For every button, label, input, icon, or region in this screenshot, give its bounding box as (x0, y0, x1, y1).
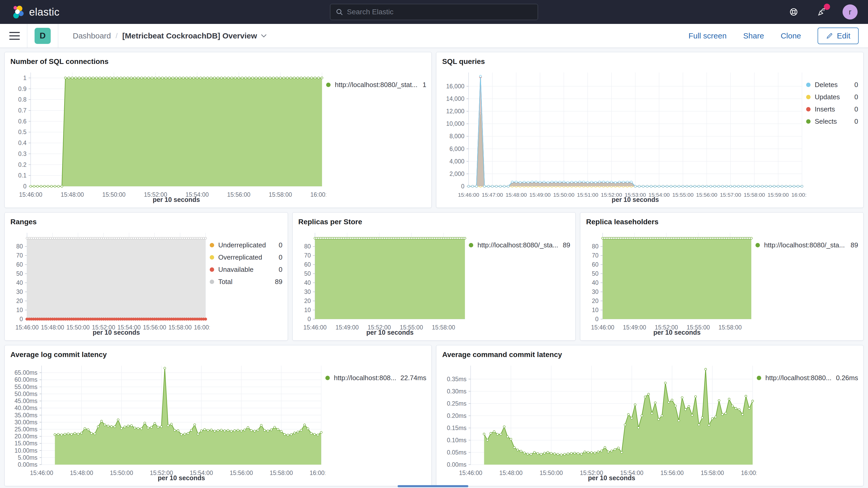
svg-text:15:47:00: 15:47:00 (482, 192, 503, 198)
chart-svg[interactable]: 0102030405060708015:46:0015:48:0015:50:0… (10, 229, 210, 338)
legend-item: Underreplicated0 (210, 241, 282, 249)
svg-text:65.00ms: 65.00ms (14, 369, 37, 376)
legend-series-label[interactable]: Inserts (815, 105, 850, 113)
svg-text:15:50:00: 15:50:00 (540, 469, 563, 476)
svg-text:50: 50 (592, 270, 599, 277)
svg-text:0.20ms: 0.20ms (447, 413, 466, 419)
legend-item: http://localhost:8080/_sta...89 (469, 241, 570, 249)
svg-text:per 10 seconds: per 10 seconds (653, 329, 701, 336)
legend-series-label[interactable]: http://localhost:8080/_sta... (764, 241, 846, 249)
svg-text:0.35ms: 0.35ms (447, 376, 466, 383)
svg-text:15:58:00: 15:58:00 (701, 469, 724, 476)
legend-series-dot (806, 83, 811, 87)
svg-text:0.8: 0.8 (18, 96, 27, 103)
svg-text:15:58:00: 15:58:00 (269, 191, 292, 198)
svg-text:0.15ms: 0.15ms (447, 425, 466, 431)
panel-replica-leaseholders: Replica leaseholders 0102030405060708015… (580, 212, 864, 341)
svg-text:15:51:00: 15:51:00 (577, 192, 598, 198)
chart-svg[interactable]: 02,0004,0006,0008,00010,00012,00014,0001… (441, 68, 806, 205)
edit-button[interactable]: Edit (817, 28, 859, 44)
panel-replicas-per-store: Replicas per Store 0102030405060708015:4… (292, 212, 576, 341)
clone-link[interactable]: Clone (781, 31, 801, 40)
panel-title: Number of SQL connections (10, 56, 426, 68)
chevron-down-icon (261, 34, 267, 38)
chart-sql-connections[interactable]: 00.10.20.30.40.50.60.70.80.9115:46:0015:… (10, 68, 326, 205)
legend-series-label[interactable]: Updates (815, 93, 850, 101)
legend-series-label[interactable]: Total (218, 278, 271, 286)
svg-text:60: 60 (304, 261, 311, 268)
page-title[interactable]: [Metricbeat CockroachDB] Overview (122, 31, 267, 40)
svg-text:15:56:00: 15:56:00 (143, 324, 166, 331)
panel-title: Ranges (10, 217, 282, 229)
svg-text:0.1: 0.1 (18, 172, 27, 179)
legend-series-label[interactable]: Overreplicated (218, 253, 275, 262)
nav-menu-button[interactable] (9, 32, 20, 40)
legend-series-value: 0.26ms (836, 374, 858, 382)
legend-series-dot (326, 83, 331, 87)
svg-text:15:58:00: 15:58:00 (719, 324, 742, 331)
chart-legend: http://localhost:8080/_sta...89 (469, 229, 570, 338)
svg-text:40.00ms: 40.00ms (14, 404, 37, 411)
breadcrumb-dashboard-link[interactable]: Dashboard (73, 31, 111, 40)
chart-svg[interactable]: 0102030405060708015:46:0015:49:0015:52:0… (586, 229, 755, 338)
svg-text:16:00:00: 16:00:00 (792, 192, 806, 198)
chart-legend: Deletes0Updates0Inserts0Selects0 (806, 68, 858, 205)
legend-series-dot (755, 243, 760, 247)
svg-text:15:46:00: 15:46:00 (458, 192, 479, 198)
legend-series-label[interactable]: http://localhost:8080/_sta... (477, 241, 558, 249)
legend-series-value: 0 (279, 253, 282, 262)
share-link[interactable]: Share (743, 31, 764, 40)
legend-series-label[interactable]: Unavailable (218, 266, 275, 274)
svg-text:per 10 seconds: per 10 seconds (158, 474, 205, 482)
chart-replica-leaseholders[interactable]: 0102030405060708015:46:0015:49:0015:52:0… (586, 229, 755, 338)
global-search[interactable] (330, 4, 538, 20)
legend-item: Overreplicated0 (210, 253, 282, 262)
svg-text:16:00:00: 16:00:00 (310, 191, 326, 198)
newsfeed-button[interactable] (814, 5, 829, 19)
search-input[interactable] (347, 8, 532, 16)
user-avatar[interactable]: r (842, 4, 858, 20)
chart-svg[interactable]: 00.10.20.30.40.50.60.70.80.9115:46:0015:… (10, 68, 326, 205)
chart-ranges[interactable]: 0102030405060708015:46:0015:48:0015:50:0… (10, 229, 210, 338)
legend-series-label[interactable]: http://localhost:8080/_stat... (335, 81, 418, 89)
horizontal-scrollbar-thumb[interactable] (398, 485, 468, 487)
svg-text:25.00ms: 25.00ms (14, 426, 37, 433)
svg-text:20: 20 (304, 298, 311, 304)
svg-text:60: 60 (16, 261, 23, 268)
panel-ranges: Ranges 0102030405060708015:46:0015:48:00… (4, 212, 288, 341)
panel-sql-connections: Number of SQL connections 00.10.20.30.40… (4, 52, 432, 208)
legend-series-label[interactable]: Selects (815, 118, 850, 125)
svg-text:10: 10 (592, 307, 599, 313)
chart-avg-command-commit-latency[interactable]: 0.00ms0.05ms0.10ms0.15ms0.20ms0.25ms0.30… (441, 362, 757, 483)
chart-svg[interactable]: 0.00ms0.05ms0.10ms0.15ms0.20ms0.25ms0.30… (441, 362, 757, 483)
legend-series-dot (806, 119, 811, 124)
chart-svg[interactable]: 0.00ms5.00ms10.00ms15.00ms20.00ms25.00ms… (10, 362, 326, 483)
svg-text:30.00ms: 30.00ms (14, 419, 37, 426)
legend-item: http://localhost:8080...0.26ms (757, 374, 858, 382)
legend-series-dot (806, 107, 811, 112)
elastic-logo[interactable]: elastic (10, 5, 60, 19)
legend-series-label[interactable]: http://localhost:808... (334, 374, 396, 382)
chart-sql-queries[interactable]: 02,0004,0006,0008,00010,00012,00014,0001… (441, 68, 806, 205)
legend-series-label[interactable]: Deletes (815, 81, 850, 89)
chart-replicas-per-store[interactable]: 0102030405060708015:46:0015:49:0015:52:0… (298, 229, 469, 338)
chart-avg-log-commit-latency[interactable]: 0.00ms5.00ms10.00ms15.00ms20.00ms25.00ms… (10, 362, 326, 483)
legend-series-value: 0 (855, 93, 858, 101)
help-button[interactable] (786, 5, 801, 19)
legend-series-value: 1 (423, 81, 426, 89)
space-initial: D (39, 31, 45, 40)
legend-series-label[interactable]: Underreplicated (218, 241, 275, 249)
svg-text:0: 0 (20, 316, 23, 323)
full-screen-link[interactable]: Full screen (688, 31, 726, 40)
chart-legend: http://localhost:8080/_stat...1 (326, 68, 426, 205)
space-badge[interactable]: D (35, 28, 51, 44)
chart-svg[interactable]: 0102030405060708015:46:0015:49:0015:52:0… (298, 229, 469, 338)
panel-title: Replica leaseholders (586, 217, 858, 229)
svg-text:2,000: 2,000 (450, 171, 465, 177)
legend-series-dot (210, 267, 214, 272)
svg-text:50.00ms: 50.00ms (14, 391, 37, 397)
legend-series-label[interactable]: http://localhost:8080... (765, 374, 832, 382)
svg-text:5.00ms: 5.00ms (18, 454, 37, 461)
svg-text:per 10 seconds: per 10 seconds (93, 329, 140, 336)
svg-text:70: 70 (592, 252, 599, 259)
